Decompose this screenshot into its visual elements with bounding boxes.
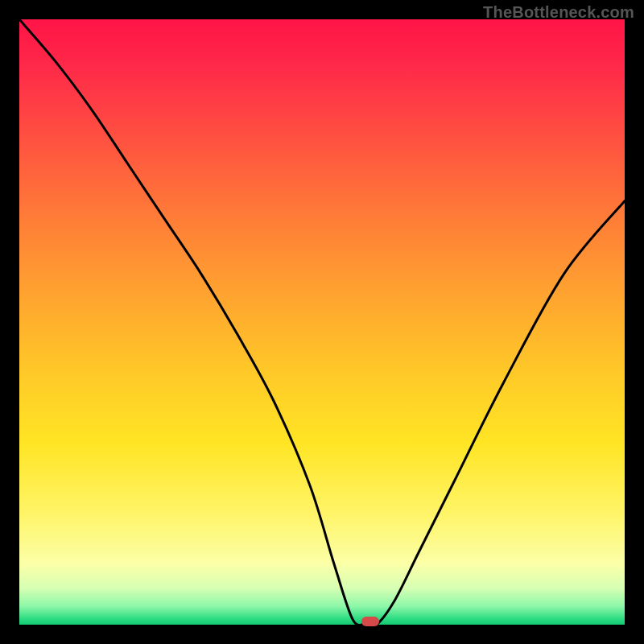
bottleneck-curve bbox=[19, 19, 625, 625]
plot-area bbox=[19, 19, 625, 625]
watermark-text: TheBottleneck.com bbox=[483, 3, 634, 22]
chart-frame: TheBottleneck.com bbox=[0, 0, 644, 644]
optimum-marker bbox=[361, 617, 379, 626]
